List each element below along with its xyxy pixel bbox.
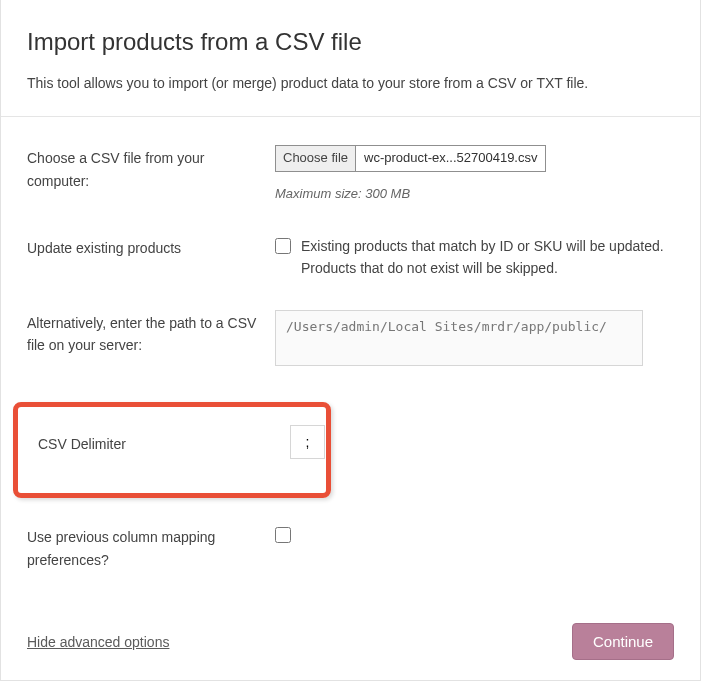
max-size-hint: Maximum size: 300 MB	[275, 184, 674, 205]
update-existing-description: Existing products that match by ID or SK…	[301, 235, 674, 280]
import-panel: Import products from a CSV file This too…	[0, 0, 701, 681]
row-update-existing: Update existing products Existing produc…	[27, 235, 674, 280]
update-existing-field: Existing products that match by ID or SK…	[275, 235, 674, 280]
page-title: Import products from a CSV file	[27, 28, 674, 56]
hide-advanced-link[interactable]: Hide advanced options	[27, 634, 169, 650]
panel-footer: Hide advanced options Continue	[1, 607, 700, 680]
row-server-path: Alternatively, enter the path to a CSV f…	[27, 310, 674, 372]
continue-button[interactable]: Continue	[572, 623, 674, 660]
row-prev-mapping: Use previous column mapping preferences?	[27, 524, 674, 571]
delimiter-input[interactable]	[290, 425, 325, 459]
prev-mapping-checkbox[interactable]	[275, 527, 291, 543]
choose-file-button[interactable]: Choose file	[276, 146, 356, 171]
choose-file-field: Choose file wc-product-ex...52700419.csv…	[275, 145, 674, 205]
prev-mapping-label: Use previous column mapping preferences?	[27, 524, 275, 571]
chosen-file-name: wc-product-ex...52700419.csv	[356, 146, 545, 171]
row-choose-file: Choose a CSV file from your computer: Ch…	[27, 145, 674, 205]
server-path-input[interactable]	[275, 310, 643, 366]
delimiter-label: CSV Delimiter	[38, 425, 290, 455]
update-existing-label: Update existing products	[27, 235, 275, 259]
update-existing-checkbox[interactable]	[275, 238, 291, 254]
server-path-label: Alternatively, enter the path to a CSV f…	[27, 310, 275, 357]
panel-header: Import products from a CSV file This too…	[1, 0, 700, 116]
delimiter-field	[290, 425, 325, 459]
form-area: Choose a CSV file from your computer: Ch…	[1, 117, 700, 571]
server-path-field	[275, 310, 674, 372]
page-description: This tool allows you to import (or merge…	[27, 72, 674, 94]
choose-file-label: Choose a CSV file from your computer:	[27, 145, 275, 192]
file-picker[interactable]: Choose file wc-product-ex...52700419.csv	[275, 145, 546, 172]
row-delimiter-highlighted: CSV Delimiter	[13, 402, 331, 498]
prev-mapping-field	[275, 524, 674, 549]
